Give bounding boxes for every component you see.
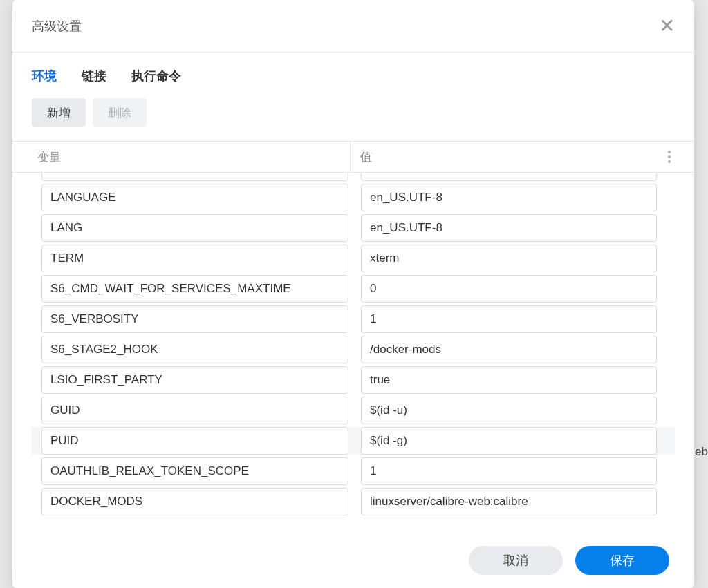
env-value-input[interactable] <box>361 245 657 272</box>
env-value-input[interactable] <box>361 488 657 515</box>
background-fragment: eb <box>695 445 708 459</box>
env-value-input[interactable] <box>361 397 657 424</box>
close-icon[interactable]: ✕ <box>659 17 675 36</box>
tab-bar: 环境 链接 执行命令 <box>12 53 694 95</box>
modal-footer: 取消 保存 <box>12 533 694 588</box>
save-button[interactable]: 保存 <box>575 546 669 575</box>
env-value-input[interactable] <box>361 457 657 485</box>
env-var-input[interactable] <box>41 488 348 515</box>
env-var-input[interactable] <box>41 245 348 272</box>
table-header: 变量 值 <box>12 141 694 173</box>
table-row[interactable] <box>32 184 675 211</box>
env-var-input[interactable] <box>41 305 348 333</box>
add-button[interactable]: 新增 <box>32 98 86 127</box>
table-row[interactable] <box>32 305 675 333</box>
modal-title: 高级设置 <box>32 18 82 35</box>
env-var-input[interactable] <box>41 184 348 211</box>
env-var-input[interactable] <box>41 275 348 303</box>
tab-environment[interactable]: 环境 <box>32 68 57 84</box>
env-value-input[interactable] <box>361 305 657 333</box>
env-value-input[interactable] <box>361 184 657 211</box>
env-value-input[interactable] <box>361 173 657 181</box>
table-row[interactable] <box>32 488 675 515</box>
column-header-variable: 变量 <box>32 149 350 165</box>
env-var-input[interactable] <box>41 214 348 242</box>
table-row[interactable] <box>32 366 675 394</box>
env-table-body[interactable] <box>12 173 694 533</box>
table-row[interactable] <box>32 427 675 455</box>
env-var-input[interactable] <box>41 366 348 394</box>
table-row[interactable] <box>32 275 675 303</box>
table-row[interactable] <box>32 336 675 363</box>
env-var-input[interactable] <box>41 173 348 181</box>
toolbar: 新增 删除 <box>12 95 694 141</box>
env-value-input[interactable] <box>361 275 657 303</box>
cancel-button[interactable]: 取消 <box>469 546 563 575</box>
env-var-input[interactable] <box>41 336 348 363</box>
table-row[interactable] <box>32 397 675 424</box>
column-menu-icon[interactable] <box>664 146 675 167</box>
advanced-settings-modal: 高级设置 ✕ 环境 链接 执行命令 新增 删除 变量 值 取消 保存 <box>12 0 694 588</box>
env-value-input[interactable] <box>361 366 657 394</box>
column-header-value: 值 <box>350 142 675 172</box>
env-value-input[interactable] <box>361 427 657 455</box>
table-row[interactable] <box>32 173 675 181</box>
env-var-input[interactable] <box>41 457 348 485</box>
env-var-input[interactable] <box>41 427 348 455</box>
env-value-input[interactable] <box>361 214 657 242</box>
delete-button[interactable]: 删除 <box>93 98 147 127</box>
table-row[interactable] <box>32 457 675 485</box>
env-value-input[interactable] <box>361 336 657 363</box>
env-var-input[interactable] <box>41 397 348 424</box>
table-row[interactable] <box>32 214 675 242</box>
tab-commands[interactable]: 执行命令 <box>131 68 181 84</box>
tab-links[interactable]: 链接 <box>82 68 106 84</box>
table-row[interactable] <box>32 245 675 272</box>
modal-header: 高级设置 ✕ <box>12 0 694 53</box>
